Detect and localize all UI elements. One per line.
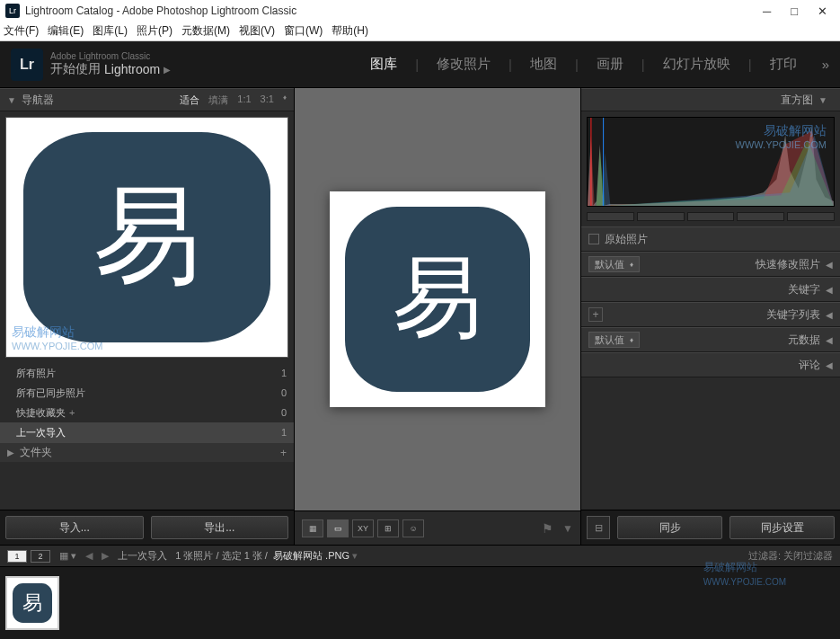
menu-bar: 文件(F) 编辑(E) 图库(L) 照片(P) 元数据(M) 视图(V) 窗口(… xyxy=(0,22,840,41)
minimize-button[interactable]: ─ xyxy=(763,4,771,18)
filmstrip-path: 上一次导入 1 张照片 / 选定 1 张 / 易破解网站 .PNG ▾ xyxy=(118,549,358,563)
comments-header[interactable]: 评论 ◀ xyxy=(581,352,840,377)
window-title: Lightroom Catalog - Adobe Photoshop Ligh… xyxy=(25,4,296,17)
sync-toggle[interactable]: ⊟ xyxy=(587,516,610,539)
module-book[interactable]: 画册 xyxy=(597,56,623,73)
left-panel: ▼ 导航器 适合 填满 1:1 3:1 ♦ 易 易破解网站 WWW.YPOJIE… xyxy=(0,88,295,545)
filmstrip-thumbs[interactable]: 易 易破解网站 WWW.YPOJIE.COM xyxy=(0,567,840,639)
main-image: 易 xyxy=(330,191,545,407)
nav-fwd-icon[interactable]: ▶ xyxy=(102,550,109,562)
compare-xy-button[interactable]: XY xyxy=(352,519,374,537)
image-char: 易 xyxy=(393,238,482,359)
folders-title: 文件夹 xyxy=(20,445,52,460)
folders-header[interactable]: ▶ 文件夹 + xyxy=(0,442,294,462)
collapse-icon: ▼ xyxy=(7,95,16,105)
expand-icon[interactable]: » xyxy=(822,57,829,72)
catalog-row-synced[interactable]: 所有已同步照片0 xyxy=(0,383,294,403)
module-print[interactable]: 打印 xyxy=(770,56,797,73)
menu-metadata[interactable]: 元数据(M) xyxy=(181,23,230,39)
original-checkbox[interactable] xyxy=(588,234,599,244)
collapse-icon: ▼ xyxy=(818,95,827,105)
metadata-preset-dropdown[interactable]: 默认值♦ xyxy=(588,332,640,348)
brand-line1: Adobe Lightroom Classic xyxy=(50,51,171,61)
module-slideshow[interactable]: 幻灯片放映 xyxy=(663,56,730,73)
module-map[interactable]: 地图 xyxy=(530,56,557,73)
toolbar-dropdown-icon[interactable]: ▼ xyxy=(562,522,573,535)
right-panel: 直方图 ▼ 易破解网站 WWW.YPOJIE.COM xyxy=(581,88,840,545)
histogram-chart[interactable]: 易破解网站 WWW.YPOJIE.COM xyxy=(587,117,835,207)
quick-preset-dropdown[interactable]: 默认值♦ xyxy=(588,256,640,272)
center-panel: 易 ▦ ▭ XY ⊞ ☺ ⚑ ▼ xyxy=(295,88,581,545)
menu-help[interactable]: 帮助(H) xyxy=(332,23,368,39)
keywords-header[interactable]: 关键字 ◀ xyxy=(581,277,840,302)
app-icon: Lr xyxy=(5,4,20,18)
navigator-title: 导航器 xyxy=(22,93,54,108)
screen-1-button[interactable]: 1 xyxy=(7,550,27,563)
quick-develop-header[interactable]: 默认值♦ 快速修改照片 ◀ xyxy=(581,252,840,277)
collapse-icon: ◀ xyxy=(826,310,833,320)
window-titlebar: Lr Lightroom Catalog - Adobe Photoshop L… xyxy=(0,0,840,22)
filter-controls[interactable]: 过滤器: 关闭过滤器 xyxy=(748,549,833,563)
menu-library[interactable]: 图库(L) xyxy=(93,23,128,39)
play-icon[interactable]: ▶ xyxy=(164,65,171,75)
histogram-title: 直方图 xyxy=(781,93,813,108)
menu-view[interactable]: 视图(V) xyxy=(239,23,275,39)
collapse-icon: ◀ xyxy=(826,260,833,270)
catalog-list: 所有照片1 所有已同步照片0 快捷收藏夹+0 上一次导入1 xyxy=(0,363,294,442)
collapse-icon: ◀ xyxy=(826,285,833,295)
zoom-31[interactable]: 3:1 xyxy=(261,93,274,107)
canvas-area[interactable]: 易 xyxy=(295,88,580,510)
keywords-label: 关键字 xyxy=(788,282,820,297)
collapse-icon: ◀ xyxy=(826,335,833,345)
sync-settings-button[interactable]: 同步设置 xyxy=(729,516,835,539)
module-library[interactable]: 图库 xyxy=(370,56,397,73)
grid-view-button[interactable]: ▦ xyxy=(302,519,323,537)
expand-icon: ▶ xyxy=(7,448,14,457)
maximize-button[interactable]: □ xyxy=(791,4,798,18)
quick-develop-label: 快速修改照片 xyxy=(756,257,820,272)
center-toolbar: ▦ ▭ XY ⊞ ☺ ⚑ ▼ xyxy=(295,510,580,545)
filter-value: 关闭过滤器 xyxy=(783,550,833,561)
thumbnail[interactable]: 易 xyxy=(5,576,59,630)
filter-label: 过滤器: xyxy=(748,550,781,561)
module-develop[interactable]: 修改照片 xyxy=(437,56,491,73)
original-photo-row[interactable]: 原始照片 xyxy=(581,226,840,252)
zoom-dropdown-icon[interactable]: ♦ xyxy=(283,93,287,107)
catalog-row-all[interactable]: 所有照片1 xyxy=(0,363,294,383)
module-bar: Lr Adobe Lightroom Classic 开始使用 Lightroo… xyxy=(0,41,840,88)
metadata-header[interactable]: 默认值♦ 元数据 ◀ xyxy=(581,327,840,352)
histogram-sliders[interactable] xyxy=(587,212,835,226)
people-view-button[interactable]: ☺ xyxy=(402,519,424,537)
screen-2-button[interactable]: 2 xyxy=(31,550,50,563)
survey-view-button[interactable]: ⊞ xyxy=(377,519,399,537)
catalog-row-last-import[interactable]: 上一次导入1 xyxy=(0,422,294,442)
loupe-view-button[interactable]: ▭ xyxy=(327,519,349,537)
catalog-row-quick[interactable]: 快捷收藏夹+0 xyxy=(0,403,294,422)
add-keyword-button[interactable]: + xyxy=(588,307,603,322)
histogram-header[interactable]: 直方图 ▼ xyxy=(581,88,840,111)
sync-button[interactable]: 同步 xyxy=(617,516,722,539)
export-button[interactable]: 导出... xyxy=(151,516,289,539)
zoom-11[interactable]: 1:1 xyxy=(237,93,251,107)
navigator-preview[interactable]: 易 易破解网站 WWW.YPOJIE.COM xyxy=(0,111,294,363)
filmstrip: 1 2 ▦ ▾ ◀ ▶ 上一次导入 1 张照片 / 选定 1 张 / 易破解网站… xyxy=(0,545,840,639)
add-folder-icon[interactable]: + xyxy=(280,447,287,459)
menu-window[interactable]: 窗口(W) xyxy=(284,23,323,39)
menu-edit[interactable]: 编辑(E) xyxy=(48,23,84,39)
brand-prefix: 开始使用 xyxy=(50,61,101,77)
zoom-fit[interactable]: 适合 xyxy=(180,93,199,107)
flag-icon[interactable]: ⚑ xyxy=(542,521,553,536)
preview-char: 易 xyxy=(93,164,201,310)
grid-icon[interactable]: ▦ ▾ xyxy=(59,550,76,562)
navigator-header[interactable]: ▼ 导航器 适合 填满 1:1 3:1 ♦ xyxy=(0,88,294,111)
keyword-list-header[interactable]: + 关键字列表 ◀ xyxy=(581,302,840,327)
menu-photo[interactable]: 照片(P) xyxy=(137,23,172,39)
close-button[interactable]: ✕ xyxy=(818,4,827,18)
nav-back-icon[interactable]: ◀ xyxy=(85,550,93,562)
collapse-icon: ◀ xyxy=(826,360,833,370)
brand-block: Adobe Lightroom Classic 开始使用 Lightroom ▶ xyxy=(50,51,171,77)
zoom-fill[interactable]: 填满 xyxy=(208,93,228,107)
keyword-list-label: 关键字列表 xyxy=(766,307,820,323)
import-button[interactable]: 导入... xyxy=(5,516,144,539)
menu-file[interactable]: 文件(F) xyxy=(4,23,39,39)
